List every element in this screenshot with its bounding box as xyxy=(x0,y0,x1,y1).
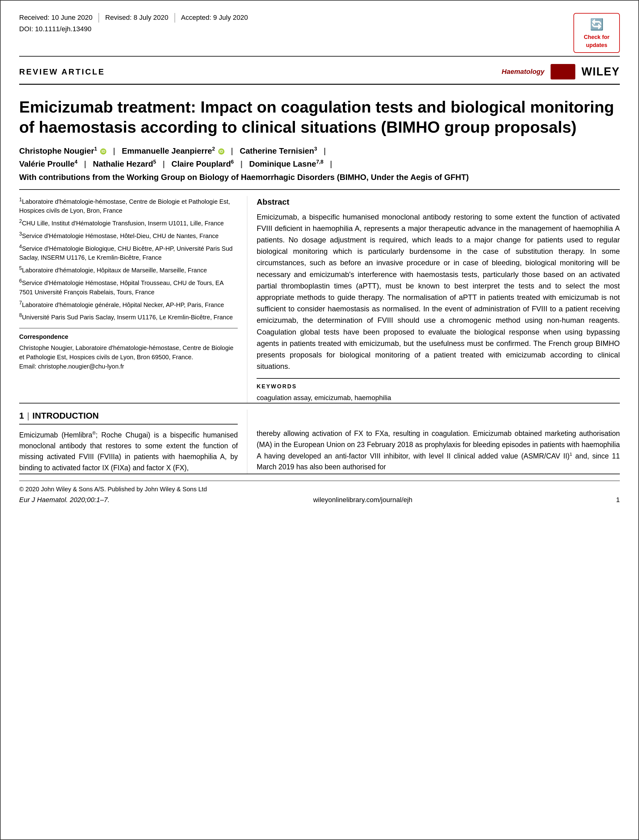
page-wrapper: Received: 10 June 2020 Revised: 8 July 2… xyxy=(0,0,639,840)
separator-5: | xyxy=(163,159,165,169)
footer-bottom: Eur J Haematol. 2020;00:1–7. wileyonline… xyxy=(19,493,620,505)
section-label: REVIEW ARTICLE xyxy=(19,66,105,77)
affiliation-3: 3Service d'Hématologie Hémostase, Hôtel-… xyxy=(19,230,238,240)
introduction-section: 1 | INTRODUCTION Emicizumab (Hemlibra®; … xyxy=(19,404,620,474)
separator-4: | xyxy=(84,159,86,169)
author-6: Claire Pouplard6 xyxy=(172,159,234,169)
separator-6: | xyxy=(240,159,242,169)
affiliation-7: 7Laboratoire d'hématologie générale, Hôp… xyxy=(19,299,238,309)
section-title: INTRODUCTION xyxy=(32,410,99,422)
footer-wrapper: © 2020 John Wiley & Sons A/S. Published … xyxy=(19,480,620,505)
article-title: Emicizumab treatment: Impact on coagulat… xyxy=(19,97,620,137)
journal-logo-area: Haematology WILEY xyxy=(502,64,620,80)
haematology-logo: Haematology xyxy=(502,67,544,77)
author-5: Nathalie Hezard5 xyxy=(93,159,156,169)
section-pipe: | xyxy=(27,410,29,422)
received-date: Received: 10 June 2020 xyxy=(19,13,99,22)
separator-3: | xyxy=(324,146,326,156)
affiliation-2: 2CHU Lille, Institut d'Hématologie Trans… xyxy=(19,218,238,228)
author-3: Catherine Ternisien3 xyxy=(240,146,317,156)
author-2: Emmanuelle Jeanpierre2 ID xyxy=(122,146,224,156)
affiliation-num-5: 5 xyxy=(19,266,22,271)
footer-journal: Eur J Haematol. 2020;00:1–7. xyxy=(19,495,110,505)
intro-right-text: thereby allowing activation of FX to FXa… xyxy=(257,428,620,473)
abstract-column: Abstract Emicizumab, a bispecific humani… xyxy=(247,196,620,403)
keywords-text: coagulation assay, emicizumab, haemophil… xyxy=(257,393,620,403)
affiliation-num-1: 1 xyxy=(19,197,22,202)
affiliations-column: 1Laboratoire d'hématologie-hémostase, Ce… xyxy=(19,196,247,403)
keywords-label: KEYWORDS xyxy=(257,382,620,391)
affiliation-num-6: 6 xyxy=(19,278,22,283)
affiliation-num-4: 4 xyxy=(19,244,22,249)
separator-7: | xyxy=(330,159,332,169)
separator-1: | xyxy=(113,146,115,156)
doi: DOI: 10.1111/ejh.13490 xyxy=(19,24,260,34)
affiliation-num-8: 8 xyxy=(19,313,22,318)
affiliation-5: 5Laboratoire d'hématologie, Hôpitaux de … xyxy=(19,265,238,275)
footer-url: wileyonlinelibrary.com/journal/ejh xyxy=(313,495,412,505)
affiliation-1: 1Laboratoire d'hématologie-hémostase, Ce… xyxy=(19,196,238,215)
intro-right: thereby allowing activation of FX to FXa… xyxy=(247,410,620,473)
abstract-title: Abstract xyxy=(257,196,620,208)
correspondence-text: Christophe Nougier, Laboratoire d'hémato… xyxy=(19,343,238,371)
intro-left-text: Emicizumab (Hemlibra®; Roche Chugai) is … xyxy=(19,430,238,474)
header-meta: Received: 10 June 2020 Revised: 8 July 2… xyxy=(19,13,260,34)
correspondence-label: Correspondence xyxy=(19,332,238,341)
orcid-icon-2: ID xyxy=(218,148,224,154)
check-updates-button[interactable]: 🔄 Check for updates xyxy=(574,13,620,53)
section-number: 1 xyxy=(19,410,24,422)
affiliation-num-3: 3 xyxy=(19,231,22,237)
footer-section: © 2020 John Wiley & Sons A/S. Published … xyxy=(19,481,620,493)
authors-line: Christophe Nougier1 ID | Emmanuelle Jean… xyxy=(19,145,620,170)
author-7: Dominique Lasne7,8 xyxy=(249,159,323,169)
journal-header: REVIEW ARTICLE Haematology WILEY xyxy=(19,60,620,85)
footer-copyright: © 2020 John Wiley & Sons A/S. Published … xyxy=(19,485,207,493)
intro-left: 1 | INTRODUCTION Emicizumab (Hemlibra®; … xyxy=(19,410,247,473)
affiliation-6: 6Service d'Hématologie Hémostase, Hôpita… xyxy=(19,277,238,297)
affiliation-8: 8Université Paris Sud Paris Saclay, Inse… xyxy=(19,312,238,322)
footer-page: 1 xyxy=(616,495,620,505)
wiley-logo: WILEY xyxy=(582,64,620,80)
abstract-text: Emicizumab, a bispecific humanised monoc… xyxy=(257,211,620,372)
title-section: Emicizumab treatment: Impact on coagulat… xyxy=(19,91,620,190)
author-4: Valérie Proulle4 xyxy=(19,159,78,169)
affiliation-num-2: 2 xyxy=(19,219,22,224)
separator-2: | xyxy=(231,146,233,156)
orcid-icon-1: ID xyxy=(100,148,106,154)
section-heading: 1 | INTRODUCTION xyxy=(19,410,238,424)
check-updates-label: Check for updates xyxy=(584,34,609,48)
check-updates-icon: 🔄 xyxy=(577,17,617,32)
header-section: Received: 10 June 2020 Revised: 8 July 2… xyxy=(19,13,620,57)
keywords-section: KEYWORDS coagulation assay, emicizumab, … xyxy=(257,378,620,403)
affiliation-num-7: 7 xyxy=(19,300,22,305)
affiliation-4: 4Service d'Hématologie Biologique, CHU B… xyxy=(19,243,238,262)
revised-date: Revised: 8 July 2020 xyxy=(105,13,175,22)
header-dates: Received: 10 June 2020 Revised: 8 July 2… xyxy=(19,13,260,22)
correspondence-section: Correspondence Christophe Nougier, Labor… xyxy=(19,328,238,371)
haematology-image xyxy=(551,64,575,80)
author-1: Christophe Nougier1 ID xyxy=(19,146,106,156)
working-group: With contributions from the Working Grou… xyxy=(19,172,620,183)
accepted-date: Accepted: 9 July 2020 xyxy=(181,13,254,22)
body-section: 1Laboratoire d'hématologie-hémostase, Ce… xyxy=(19,196,620,404)
